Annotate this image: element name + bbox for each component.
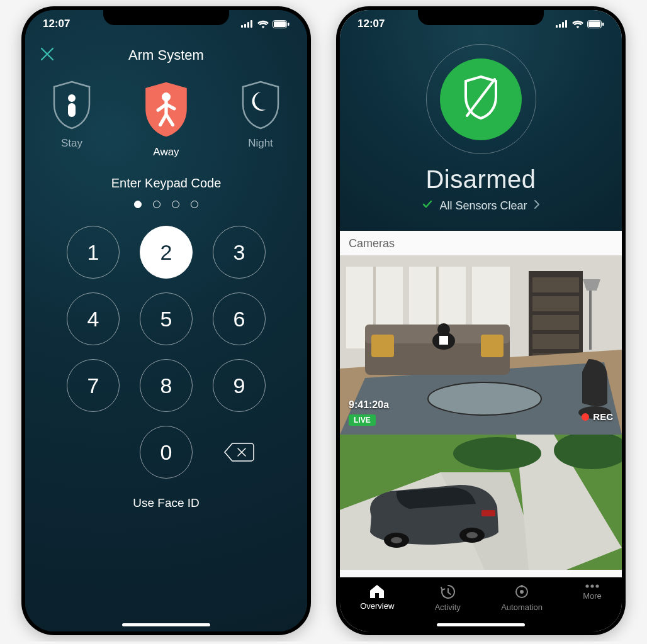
camera-tile-driveway[interactable] xyxy=(340,435,622,570)
tab-overview[interactable]: Overview xyxy=(360,584,394,611)
svg-rect-29 xyxy=(532,315,579,330)
svg-rect-40 xyxy=(439,336,448,345)
cameras-section: Cameras xyxy=(340,231,622,577)
svg-rect-30 xyxy=(532,334,579,349)
tab-more[interactable]: More xyxy=(583,584,602,601)
wifi-icon xyxy=(572,20,583,28)
keypad-prompt: Enter Keypad Code xyxy=(25,176,307,191)
phone-dashboard: 12:07 xyxy=(336,6,626,635)
use-face-id-button[interactable]: Use Face ID xyxy=(25,496,307,510)
dashboard-header: 12:07 xyxy=(340,10,622,231)
tab-automation[interactable]: Automation xyxy=(501,584,543,612)
wifi-icon xyxy=(257,20,269,28)
svg-rect-5 xyxy=(274,21,286,27)
system-status-text: Disarmed xyxy=(340,165,622,194)
key-0[interactable]: 0 xyxy=(140,426,193,479)
svg-point-41 xyxy=(428,382,541,415)
camera-tile-living-room[interactable]: 9:41:20a LIVE REC xyxy=(340,255,622,435)
tab-label: Automation xyxy=(501,602,543,612)
svg-point-53 xyxy=(466,532,478,538)
key-spacer xyxy=(67,426,120,479)
code-dot xyxy=(153,201,160,208)
svg-rect-12 xyxy=(556,25,558,28)
tab-label: Overview xyxy=(360,601,394,611)
svg-rect-2 xyxy=(247,22,249,28)
code-dot xyxy=(191,201,198,208)
svg-rect-1 xyxy=(244,24,246,28)
home-indicator[interactable] xyxy=(437,623,525,626)
mode-away[interactable]: Away xyxy=(132,79,201,158)
signal-icon xyxy=(241,20,254,28)
mode-stay[interactable]: Stay xyxy=(37,79,106,158)
keypad: 1 2 3 4 5 6 7 8 9 0 xyxy=(25,226,307,479)
svg-point-56 xyxy=(520,590,524,594)
notch xyxy=(418,6,544,25)
live-badge: LIVE xyxy=(349,414,376,426)
code-progress xyxy=(25,201,307,208)
battery-icon xyxy=(587,20,604,28)
page-title: Arm System xyxy=(128,47,204,64)
svg-rect-0 xyxy=(241,25,243,28)
tab-label: More xyxy=(583,591,602,601)
disarmed-shield-icon xyxy=(459,73,502,126)
key-7[interactable]: 7 xyxy=(67,359,120,412)
tab-activity[interactable]: Activity xyxy=(435,584,461,612)
svg-rect-8 xyxy=(68,103,76,117)
svg-point-59 xyxy=(590,584,594,587)
svg-rect-28 xyxy=(532,296,579,311)
key-2[interactable]: 2 xyxy=(140,226,193,279)
svg-point-11 xyxy=(259,103,262,106)
home-icon xyxy=(369,584,385,599)
key-backspace[interactable] xyxy=(213,426,266,479)
key-4[interactable]: 4 xyxy=(67,292,120,345)
key-9[interactable]: 9 xyxy=(213,359,266,412)
rec-label: REC xyxy=(593,411,613,422)
svg-rect-17 xyxy=(588,21,600,27)
key-6[interactable]: 6 xyxy=(213,292,266,345)
rec-dot-icon xyxy=(582,413,589,421)
history-icon xyxy=(439,584,456,600)
svg-point-57 xyxy=(520,585,523,587)
arm-status-button[interactable] xyxy=(426,44,536,154)
tab-label: Activity xyxy=(435,602,461,612)
notch xyxy=(103,6,229,25)
svg-point-52 xyxy=(391,537,402,543)
svg-rect-27 xyxy=(532,277,579,292)
home-indicator[interactable] xyxy=(122,623,210,626)
key-1[interactable]: 1 xyxy=(67,226,120,279)
svg-point-58 xyxy=(585,584,588,587)
status-circle xyxy=(440,58,522,140)
svg-rect-18 xyxy=(602,23,604,26)
automation-icon xyxy=(514,584,530,600)
arm-modes: Stay Away xyxy=(25,79,307,158)
svg-point-39 xyxy=(437,323,450,336)
svg-rect-6 xyxy=(288,23,290,26)
arm-header: Arm System xyxy=(25,38,307,73)
status-time: 12:07 xyxy=(43,18,70,30)
svg-point-48 xyxy=(453,437,541,470)
svg-point-60 xyxy=(595,584,599,587)
svg-rect-14 xyxy=(562,22,564,28)
close-icon[interactable] xyxy=(39,46,55,65)
svg-rect-54 xyxy=(481,510,495,516)
svg-point-7 xyxy=(68,94,76,102)
svg-rect-37 xyxy=(481,335,504,357)
mode-stay-label: Stay xyxy=(61,137,82,150)
status-time: 12:07 xyxy=(357,18,385,30)
cameras-heading: Cameras xyxy=(340,231,622,255)
rec-badge: REC xyxy=(582,411,613,422)
battery-icon xyxy=(273,20,290,28)
svg-rect-43 xyxy=(589,280,592,350)
mode-night[interactable]: Night xyxy=(226,79,295,158)
key-3[interactable]: 3 xyxy=(213,226,266,279)
code-dot xyxy=(134,201,142,208)
mode-night-label: Night xyxy=(248,137,273,150)
svg-rect-15 xyxy=(565,20,567,28)
sensors-status-label: All Sensors Clear xyxy=(439,199,527,213)
key-5[interactable]: 5 xyxy=(140,292,193,345)
code-dot xyxy=(172,201,179,208)
key-8[interactable]: 8 xyxy=(140,359,193,412)
signal-icon xyxy=(556,20,568,28)
svg-rect-36 xyxy=(371,335,394,357)
sensors-status-row[interactable]: All Sensors Clear xyxy=(340,199,622,213)
